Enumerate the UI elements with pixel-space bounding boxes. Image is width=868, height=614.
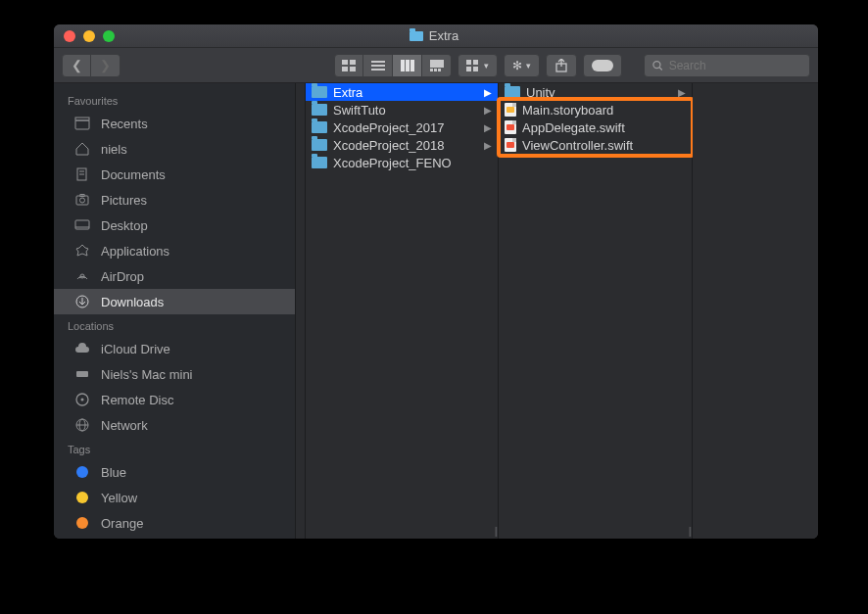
sidebar-item-remote-disc[interactable]: Remote Disc [54,387,295,412]
folder-icon [312,86,327,98]
view-mode-segment [334,54,452,77]
file-row[interactable]: Main.storyboard [499,101,692,118]
action-button[interactable]: ✻ ▾ [504,54,540,77]
minimize-button[interactable] [83,30,95,42]
window-controls [64,30,115,42]
file-label: XcodeProject_FENO [333,156,452,170]
sidebar-item-label: niels [101,142,281,157]
list-icon [371,60,385,71]
file-label: XcodeProject_2017 [333,120,444,135]
back-button[interactable]: ❮ [62,54,91,77]
file-row[interactable]: AppDelegate.swift [499,118,692,136]
svg-rect-10 [430,60,444,68]
svg-rect-33 [76,371,88,377]
close-button[interactable] [64,30,75,42]
sidebar-item-applications[interactable]: Applications [54,238,295,263]
sidebar-item-label: Blue [101,465,281,480]
file-row[interactable]: XcodeProject_2017 ▶ [306,118,498,136]
desktop-icon [73,218,91,232]
svg-rect-9 [410,60,414,71]
computer-icon [73,368,91,380]
view-list-button[interactable] [363,54,393,77]
column-spacer [296,83,306,539]
chevron-right-icon: ▶ [484,105,494,116]
tags-button[interactable] [583,54,622,77]
chevron-right-icon: ▶ [484,140,494,151]
tag-dot-icon [73,517,91,529]
column-resize-handle[interactable]: || [689,526,690,537]
column-view: Extra ▶ SwiftTuto ▶ XcodeProject_2017 ▶ [296,83,818,539]
column-icon [401,60,414,71]
sidebar-item-airdrop[interactable]: AirDrop [54,263,295,289]
file-row[interactable]: XcodeProject_2018 ▶ [306,136,498,154]
sidebar-item-label: Documents [101,167,281,182]
sidebar-item-label: Remote Disc [101,393,281,407]
tag-dot-icon [73,466,91,478]
sidebar-item-documents[interactable]: Documents [54,162,295,187]
column-2[interactable]: Unity ▶ Main.storyboard AppDelegate.swif… [499,83,693,539]
sidebar-item-label: Recents [101,117,281,131]
sidebar-item-icloud[interactable]: iCloud Drive [54,336,295,361]
file-label: ViewController.swift [522,138,633,153]
forward-button[interactable]: ❯ [91,54,121,77]
sidebar-item-home[interactable]: niels [54,136,295,162]
file-row[interactable]: Extra ▶ [306,83,498,101]
svg-rect-7 [401,60,405,71]
file-row[interactable]: ViewController.swift [499,136,692,154]
svg-rect-5 [371,65,385,67]
file-label: Unity [526,85,555,100]
view-gallery-button[interactable] [422,54,452,77]
group-by-button[interactable]: ▾ [458,54,498,77]
svg-rect-8 [406,60,410,71]
chevron-right-icon: ▶ [484,87,494,98]
search-icon [652,60,663,71]
network-icon [73,418,91,432]
sidebar-item-label: Desktop [101,218,281,233]
sidebar-tag-orange[interactable]: Orange [54,510,295,536]
sidebar-item-recents[interactable]: Recents [54,111,295,136]
svg-rect-16 [466,67,471,71]
file-row[interactable]: Unity ▶ [499,83,692,101]
folder-icon [410,31,423,41]
applications-icon [73,244,91,258]
svg-rect-3 [350,67,356,71]
sidebar-item-downloads[interactable]: Downloads [54,289,295,314]
search-input[interactable] [669,59,801,72]
view-column-button[interactable] [393,54,422,77]
search-field[interactable] [644,54,810,77]
svg-rect-1 [350,60,356,65]
column-1[interactable]: Extra ▶ SwiftTuto ▶ XcodeProject_2017 ▶ [306,83,499,539]
sidebar-item-desktop[interactable]: Desktop [54,213,295,238]
airdrop-icon [73,269,91,283]
svg-rect-6 [371,69,385,71]
svg-line-20 [659,67,662,70]
sidebar-tag-blue[interactable]: Blue [54,459,295,485]
sidebar-item-network[interactable]: Network [54,412,295,438]
file-row[interactable]: XcodeProject_FENO [306,154,498,171]
sidebar-item-label: Network [101,418,281,433]
folder-icon [312,104,327,116]
column-3[interactable] [693,83,818,539]
column-resize-handle[interactable]: || [495,526,496,537]
svg-rect-2 [342,67,348,71]
file-label: XcodeProject_2018 [333,138,444,153]
sidebar-item-pictures[interactable]: Pictures [54,187,295,213]
fullscreen-button[interactable] [103,30,115,42]
svg-rect-14 [466,60,471,65]
view-icon-button[interactable] [334,54,363,77]
tag-icon [592,60,613,71]
sidebar-section-label: Tags [54,438,295,459]
sidebar-tag-yellow[interactable]: Yellow [54,485,295,510]
nav-buttons: ❮ ❯ [62,54,121,77]
file-row[interactable]: SwiftTuto ▶ [306,101,498,118]
share-button[interactable] [546,54,577,77]
sidebar: Favourites Recents niels Documents Pictu… [54,83,296,539]
file-label: Extra [333,85,362,100]
caret-down-icon: ▾ [526,61,531,71]
gear-icon: ✻ [512,59,522,72]
grid-icon [342,60,356,71]
sidebar-item-computer[interactable]: Niels's Mac mini [54,361,295,387]
folder-icon [312,157,327,168]
chevron-right-icon: ▶ [678,87,688,98]
documents-icon [73,167,91,181]
